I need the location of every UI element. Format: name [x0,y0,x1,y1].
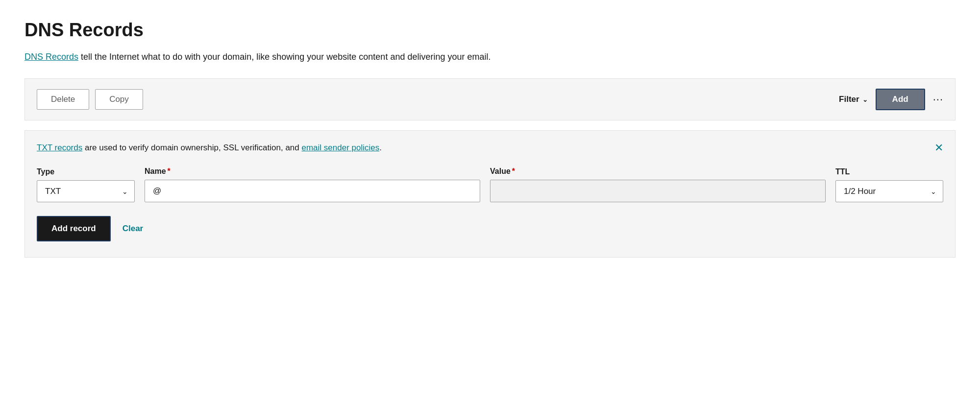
ttl-field-group: TTL 1/2 Hour 1 Hour 2 Hours 4 Hours 8 Ho… [835,167,943,202]
name-required-star: * [168,167,171,175]
description-text: DNS Records tell the Internet what to do… [24,50,956,64]
info-panel: TXT records are used to verify domain ow… [24,130,956,258]
add-button[interactable]: Add [876,89,925,110]
dns-records-link[interactable]: DNS Records [24,52,78,62]
name-input[interactable] [145,180,480,202]
toolbar-right: Filter ⌄ Add ··· [839,89,943,110]
type-field-group: Type TXT A AAAA CNAME MX NS SOA SRV ⌄ [37,167,135,202]
close-button[interactable]: ✕ [934,143,943,153]
type-label: Type [37,167,135,176]
info-message: TXT records are used to verify domain ow… [37,143,382,153]
filter-label: Filter [839,95,859,104]
name-field-group: Name* [145,167,480,202]
toolbar: Delete Copy Filter ⌄ Add ··· [24,78,956,120]
form-actions: Add record Clear [37,216,943,241]
value-field-group: Value* [490,167,826,202]
name-label: Name* [145,167,480,176]
form-row: Type TXT A AAAA CNAME MX NS SOA SRV ⌄ Na… [37,167,943,202]
ttl-select-wrapper: 1/2 Hour 1 Hour 2 Hours 4 Hours 8 Hours … [835,180,943,202]
ttl-select[interactable]: 1/2 Hour 1 Hour 2 Hours 4 Hours 8 Hours … [835,180,943,202]
value-label: Value* [490,167,826,176]
txt-records-link[interactable]: TXT records [37,143,82,152]
copy-button[interactable]: Copy [95,89,143,110]
toolbar-left: Delete Copy [37,89,839,110]
value-input[interactable] [490,180,826,202]
ttl-label: TTL [835,167,943,176]
more-options-button[interactable]: ··· [933,93,943,106]
filter-button[interactable]: Filter ⌄ [839,95,868,104]
clear-button[interactable]: Clear [122,224,144,234]
add-record-button[interactable]: Add record [37,216,111,241]
value-required-star: * [512,167,515,175]
delete-button[interactable]: Delete [37,89,89,110]
chevron-down-icon: ⌄ [862,96,868,103]
page-title: DNS Records [24,20,956,41]
type-select[interactable]: TXT A AAAA CNAME MX NS SOA SRV [37,180,135,202]
info-banner: TXT records are used to verify domain ow… [37,143,943,153]
type-select-wrapper: TXT A AAAA CNAME MX NS SOA SRV ⌄ [37,180,135,202]
email-sender-policies-link[interactable]: email sender policies [302,143,380,152]
